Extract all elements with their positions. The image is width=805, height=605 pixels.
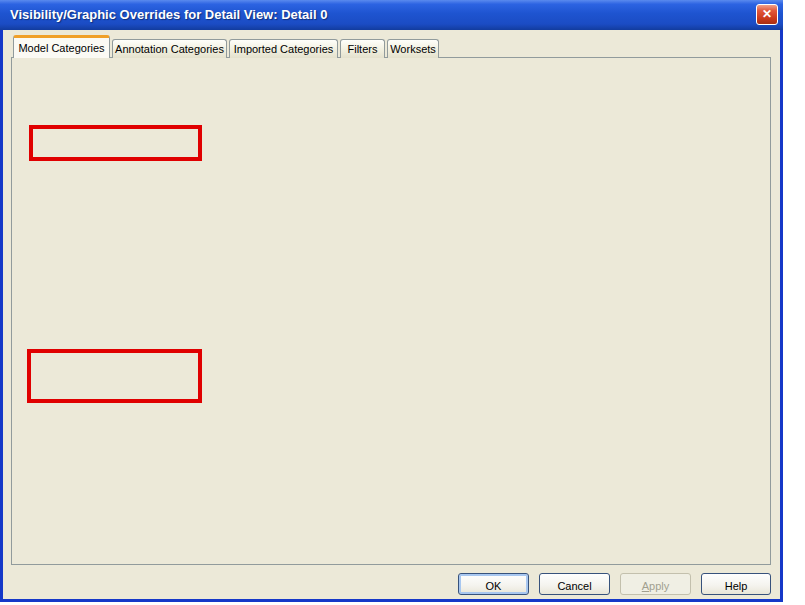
tab-worksets[interactable]: Worksets (387, 39, 439, 58)
tab-model-categories[interactable]: Model Categories (13, 35, 110, 58)
dialog-window: Visibility/Graphic Overrides for Detail … (0, 0, 783, 602)
ok-button[interactable]: OK (458, 573, 529, 595)
tab-page-model-categories (11, 57, 771, 565)
help-button[interactable]: Help (701, 573, 771, 595)
apply-button[interactable]: Apply (620, 573, 691, 595)
tab-annotation-categories[interactable]: Annotation Categories (112, 39, 227, 58)
tab-imported-categories[interactable]: Imported Categories (229, 39, 338, 58)
title-bar[interactable]: Visibility/Graphic Overrides for Detail … (0, 0, 783, 30)
cancel-button[interactable]: Cancel (539, 573, 610, 595)
dialog-title: Visibility/Graphic Overrides for Detail … (10, 7, 327, 22)
close-icon[interactable]: ✕ (756, 4, 778, 25)
tab-filters[interactable]: Filters (340, 39, 385, 58)
